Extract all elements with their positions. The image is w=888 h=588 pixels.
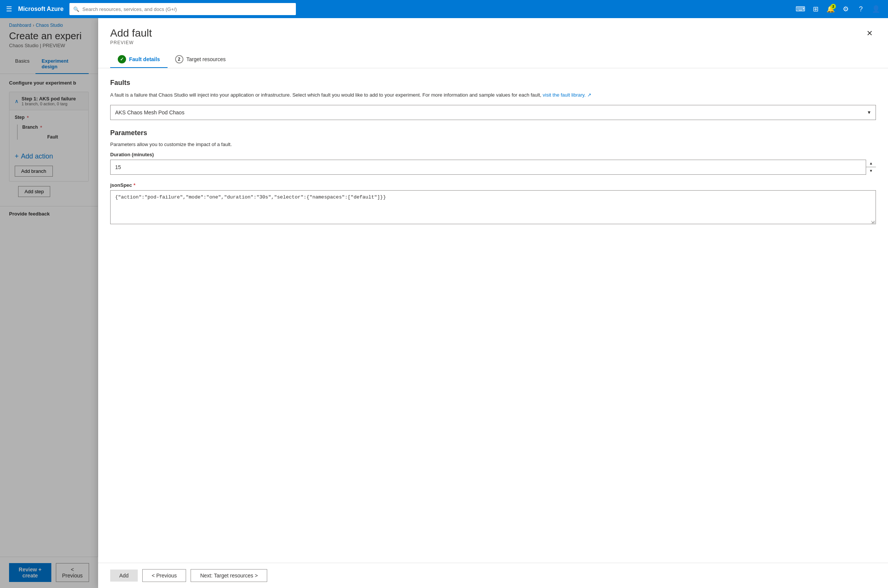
jsonspec-field-group: jsonSpec * {"action":"pod-failure","mode…	[110, 182, 876, 225]
jsonspec-textarea[interactable]: {"action":"pod-failure","mode":"one","du…	[110, 190, 876, 224]
duration-input[interactable]	[110, 160, 876, 175]
search-icon: 🔍	[73, 6, 79, 12]
fault-dropdown[interactable]: AKS Chaos Mesh Pod Chaos AKS Chaos Mesh …	[110, 105, 876, 120]
panel-body: Faults A fault is a failure that Chaos S…	[98, 68, 888, 563]
panel-next-button[interactable]: Next: Target resources >	[191, 569, 267, 582]
settings-icon[interactable]: ⚙	[840, 3, 852, 15]
help-icon[interactable]: ?	[855, 3, 867, 15]
tab2-label: Target resources	[186, 56, 226, 62]
jsonspec-required-star: *	[134, 182, 135, 188]
main-container: Dashboard › Chaos Studio Create an exper…	[0, 18, 888, 588]
add-button[interactable]: Add	[110, 570, 138, 582]
duration-spinners: ▲ ▼	[866, 160, 876, 175]
panel-title: Add fault	[110, 27, 152, 39]
tab2-circle: 2	[175, 55, 183, 63]
fault-library-link[interactable]: visit the fault library. ↗	[543, 92, 591, 98]
jsonspec-label: jsonSpec *	[110, 182, 876, 188]
notification-badge: 2	[831, 4, 836, 9]
parameters-desc: Parameters allow you to customize the im…	[110, 142, 876, 147]
tab1-label: Fault details	[129, 56, 160, 62]
topbar-icons: ⌨ ⊞ 🔔 2 ⚙ ? 👤	[794, 3, 882, 15]
tab1-circle: ✓	[118, 55, 126, 63]
duration-input-wrapper: ▲ ▼	[110, 160, 876, 175]
panel-footer: Add < Previous Next: Target resources >	[98, 563, 888, 588]
panel-preview-label: PREVIEW	[110, 40, 152, 45]
fault-panel: Add fault PREVIEW ✕ ✓ Fault details 2 Ta…	[98, 18, 888, 588]
duration-field-group: Duration (minutes) ▲ ▼	[110, 152, 876, 175]
faults-section-title: Faults	[110, 79, 876, 87]
search-bar[interactable]: 🔍	[69, 3, 296, 15]
faults-desc-text: A fault is a failure that Chaos Studio w…	[110, 92, 541, 98]
jsonspec-textarea-wrapper: {"action":"pod-failure","mode":"one","du…	[110, 190, 876, 225]
panel-tab-target-resources[interactable]: 2 Target resources	[168, 51, 233, 68]
topbar: ☰ Microsoft Azure 🔍 ⌨ ⊞ 🔔 2 ⚙ ? 👤	[0, 0, 888, 18]
user-icon[interactable]: 👤	[870, 3, 882, 15]
search-input[interactable]	[82, 6, 292, 12]
panel-title-row: Add fault PREVIEW ✕	[110, 27, 876, 45]
hamburger-icon[interactable]: ☰	[6, 5, 12, 13]
duration-decrement[interactable]: ▼	[866, 167, 876, 175]
app-logo: Microsoft Azure	[18, 6, 63, 12]
parameters-section: Parameters Parameters allow you to custo…	[110, 129, 876, 225]
faults-section-desc: A fault is a failure that Chaos Studio w…	[110, 91, 876, 99]
notifications-icon[interactable]: 🔔 2	[825, 3, 837, 15]
panel-tabs: ✓ Fault details 2 Target resources	[110, 51, 876, 68]
close-panel-button[interactable]: ✕	[863, 27, 876, 39]
portal-icon[interactable]: ⊞	[810, 3, 822, 15]
fault-dropdown-wrapper: AKS Chaos Mesh Pod Chaos AKS Chaos Mesh …	[110, 105, 876, 120]
parameters-section-title: Parameters	[110, 129, 876, 137]
panel-tab-fault-details[interactable]: ✓ Fault details	[110, 51, 168, 68]
panel-prev-button[interactable]: < Previous	[142, 569, 186, 582]
panel-header: Add fault PREVIEW ✕ ✓ Fault details 2 Ta…	[98, 18, 888, 68]
duration-increment[interactable]: ▲	[866, 160, 876, 168]
terminal-icon[interactable]: ⌨	[794, 3, 806, 15]
resize-handle-icon: ⇲	[871, 220, 875, 225]
duration-label: Duration (minutes)	[110, 152, 876, 157]
